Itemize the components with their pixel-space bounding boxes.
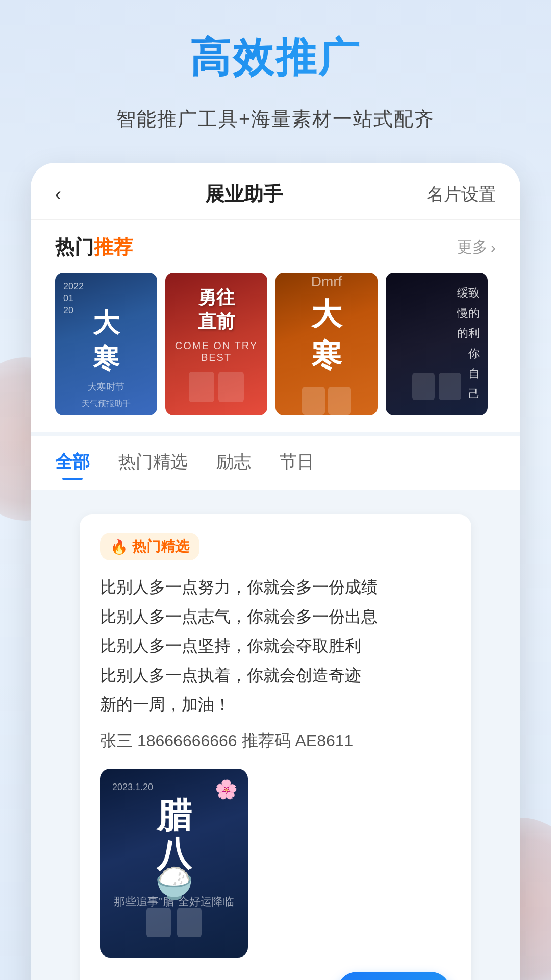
tab-section: 全部 热门精选 励志 节日 [31,432,520,490]
back-button[interactable]: ‹ [55,184,61,205]
badge-emoji: 🔥 [110,538,128,555]
content-text: 比别人多一点努力，你就会多一份成绩 比别人多一点志气，你就会多一份出息 比别人多… [100,573,451,720]
tab-hot[interactable]: 热门精选 [118,450,188,480]
poster-title: 腊八 [112,796,236,873]
card-4-content: 缓致慢的的利你自己 [386,273,488,415]
card-3-sub: Dmrf [311,274,342,290]
poster-bowl: 🍚 [146,865,202,937]
phone-card: ‹ 展业助手 名片设置 热门推荐 更多 › 20220120 [31,163,520,980]
more-button[interactable]: 更多 › [457,237,496,258]
bottom-row: 47000次分享 一键获客 [100,972,451,980]
tab-spacer [31,490,520,498]
card-2-big-text: 勇往直前 [198,286,235,334]
content-footer: 张三 18666666666 推荐码 AE8611 [100,730,451,752]
card-1-bottom: 天气预报助手 [55,399,157,409]
tab-all[interactable]: 全部 [55,450,90,480]
content-area: 🔥 热门精选 比别人多一点努力，你就会多一份成绩 比别人多一点志气，你就会多一份… [31,498,520,980]
card-1-content: 20220120 大寒 大寒时节 天气预报助手 [55,273,157,415]
card-2-content: 勇往直前 COME ON TRY BEST [165,273,267,415]
hot-title: 热门推荐 [55,234,133,260]
carousel-item-2[interactable]: 勇往直前 COME ON TRY BEST [165,273,267,415]
badge-label: 热门精选 [132,537,189,556]
card-3-big-text: 大寒 [311,294,342,377]
hot-section: 热门推荐 更多 › 20220120 大寒 大寒时节 天气预报助手 [31,220,520,432]
app-header: ‹ 展业助手 名片设置 [31,163,520,220]
cta-button[interactable]: 一键获客 [337,972,451,980]
card-1-big-text: 大寒 [93,305,119,377]
page-subtitle: 智能推广工具+海量素材一站式配齐 [20,106,531,132]
hot-title-black: 热门 [55,236,94,258]
settings-button[interactable]: 名片设置 [427,183,496,206]
content-badge: 🔥 热门精选 [100,533,199,560]
tab-holiday[interactable]: 节日 [280,450,314,480]
app-title: 展业助手 [205,181,283,207]
tab-bar: 全部 热门精选 励志 节日 [55,450,496,480]
poster-date: 2023.1.20 [112,781,153,794]
hot-title-orange: 推荐 [94,236,133,258]
poster-content: 2023.1.20 🌸 腊八 2022 那些追事"腊"全好运降临 🍚 [100,769,248,958]
carousel-item-1[interactable]: 20220120 大寒 大寒时节 天气预报助手 [55,273,157,415]
tab-inspire[interactable]: 励志 [216,450,251,480]
page-title: 高效推广 [20,31,531,86]
card-2-sub-text: COME ON TRY BEST [173,340,259,363]
carousel: 20220120 大寒 大寒时节 天气预报助手 勇往直前 COME ON TRY… [55,273,496,422]
content-card: 🔥 热门精选 比别人多一点努力，你就会多一份成绩 比别人多一点志气，你就会多一份… [80,514,471,980]
hot-header: 热门推荐 更多 › [55,234,496,260]
poster-image: 2023.1.20 🌸 腊八 2022 那些追事"腊"全好运降临 🍚 [100,769,248,958]
bowl-emoji: 🍚 [146,865,202,901]
card-3-content: Dmrf 大寒 [276,273,378,415]
carousel-item-3[interactable]: Dmrf 大寒 [276,273,378,415]
poster-flowers: 🌸 [215,779,238,800]
card-1-date: 20220120 [63,281,84,316]
carousel-item-4[interactable]: 缓致慢的的利你自己 [386,273,488,415]
card-1-small-text: 大寒时节 [88,381,124,393]
